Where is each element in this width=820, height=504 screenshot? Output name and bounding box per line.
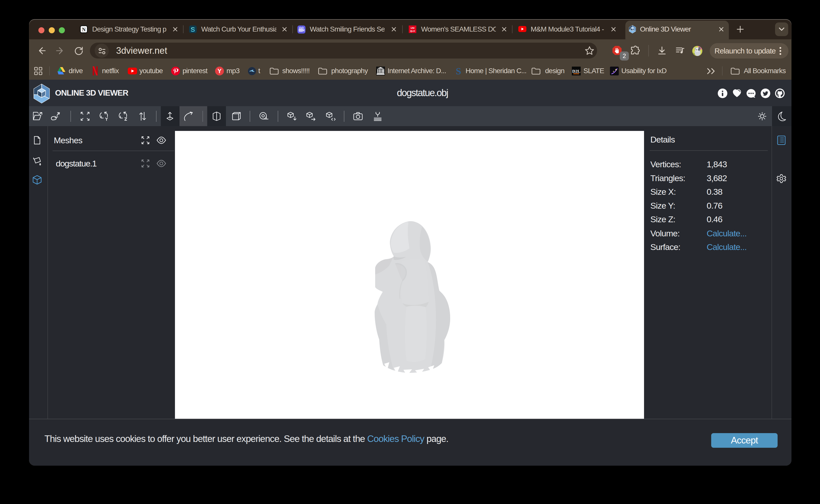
svg-text:UNI: UNI xyxy=(411,27,415,29)
svg-text:N: N xyxy=(82,27,86,32)
svg-text:Y: Y xyxy=(218,68,222,74)
svg-text:S: S xyxy=(190,26,195,33)
svg-text:D2L: D2L xyxy=(572,69,580,74)
svg-text:QLO: QLO xyxy=(410,30,415,32)
svg-text:S: S xyxy=(456,66,461,76)
